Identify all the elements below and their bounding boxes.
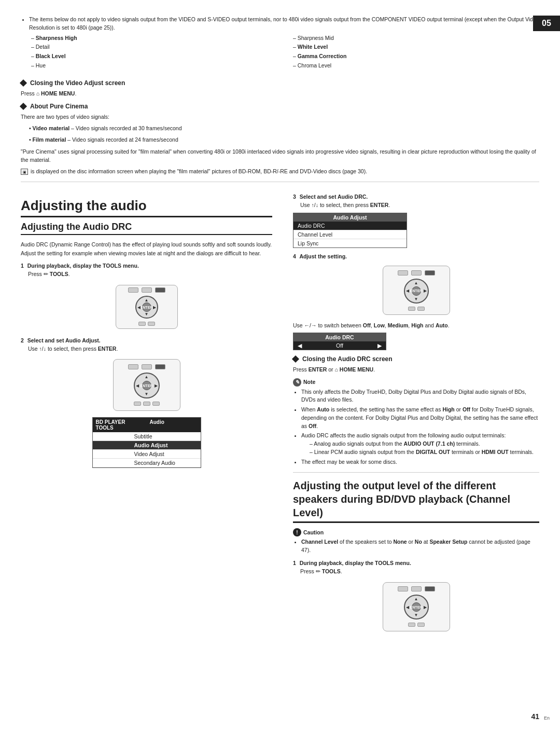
step-1-cl: 1 During playback, display the TOOLS men… (293, 560, 539, 566)
two-col-layout: Adjusting the audio Adjusting the Audio … (21, 188, 539, 637)
enter-button: ENTER (142, 302, 151, 312)
remote-sim-2: ▲ ▼ ◀ ▶ ENTER (113, 359, 180, 411)
pure-cinema-para: "Pure Cinema" uses signal processing sui… (21, 147, 539, 164)
arrow-left-2: ◀ (136, 383, 139, 388)
remote-sim-3: ▲ ▼ ◀ ▶ ENTER (383, 266, 450, 315)
list-col-right: – Sharpness Mid – White Level – Gamma Co… (293, 34, 539, 71)
remote-btn (411, 270, 422, 276)
diamond-icon-2 (20, 103, 27, 110)
remote-btn (128, 287, 138, 293)
drc-osd-header: Audio DRC (293, 333, 386, 341)
remote-btn-sm (417, 623, 425, 627)
major-title: Adjusting the audio (21, 198, 272, 217)
drc-arrow-right: ▶ (377, 342, 382, 349)
osd-row-lip-sync: Lip Sync (293, 239, 407, 247)
arrow-left: ◀ (137, 305, 141, 310)
closing-audio-heading: Closing the Audio DRC screen (293, 355, 539, 363)
pure-cinema-bullet2: • Film material – Video signals recorded… (29, 135, 539, 144)
arrow-left-4: ◀ (406, 605, 409, 610)
arrow-right-2: ▶ (155, 383, 158, 388)
use-arrows-text: Use ←/→ to switch between Off, Low, Medi… (293, 321, 539, 329)
list-item: – Hue (31, 62, 277, 70)
caution-box: ! Caution Channel Level of the speakers … (293, 528, 539, 555)
caution-list: Channel Level of the speakers set to Non… (301, 538, 539, 555)
remote-sim-1: ▲ ▼ ◀ ▶ ENTER (116, 285, 178, 329)
enter-button-3: ENTER (412, 286, 421, 296)
about-pure-cinema-heading: About Pure Cinema (21, 103, 539, 110)
remote-bottom-btns-3 (408, 307, 425, 311)
remote-btn-tools (155, 364, 165, 369)
step-2-label: Select and set Audio Adjust. (27, 337, 101, 343)
tools-menu-osd: BD PLAYERTOOLS Audio Subtitle Audio Adju… (92, 417, 201, 468)
list-item: – Chroma Level (293, 62, 539, 70)
note-sub-item-2: – Linear PCM audio signals output from t… (310, 448, 539, 457)
step-num-3: 3 (293, 194, 296, 200)
remote-circle-2: ▲ ▼ ◀ ▶ ENTER (134, 373, 160, 398)
pure-cinema-film-note: ▣ is displayed on the disc information s… (21, 167, 539, 175)
remote-top-btns (128, 287, 165, 293)
drc-osd: Audio DRC ◀ Off ▶ (293, 333, 386, 350)
step-num-2: 2 (21, 337, 24, 343)
remote-btn (142, 364, 152, 369)
section-divider-2 (293, 472, 539, 473)
remote-btn-sm (148, 322, 155, 326)
arrow-right-4: ▶ (424, 605, 427, 610)
closing-video-press: Press ⌂ HOME MENU. (21, 89, 539, 98)
list-col-left: – Sharpness High – Detail – Black Level … (31, 34, 277, 71)
remote-image-4: ▲ ▼ ◀ ▶ ENTER (293, 579, 539, 635)
home-menu-icon-2: ⌂ (335, 366, 338, 373)
enter-button-4: ENTER (412, 602, 421, 612)
step-num-1: 1 (21, 263, 24, 269)
pure-cinema-body1: There are two types of video signals: (21, 113, 539, 121)
list-item: – Gamma Correction (293, 52, 539, 61)
remote-btn (142, 287, 152, 293)
note-item-1: This only affects the Dolby TrueHD, Dolb… (301, 388, 539, 405)
remote-circle: ▲ ▼ ◀ ▶ ENTER (135, 296, 158, 319)
note-item-2: When Auto is selected, the setting has t… (301, 406, 539, 430)
closing-audio-press: Press ENTER or ⌂ HOME MENU. (293, 365, 539, 374)
film-icon: ▣ (21, 169, 28, 175)
osd-row-channel-level: Channel Level (293, 230, 407, 239)
note-box: ✎ Note This only affects the Dolby TrueH… (293, 378, 539, 466)
remote-top-btns-3 (398, 270, 435, 276)
right-col-inner: 3 Select and set Audio DRC. Use ↑/↓ to s… (288, 194, 539, 634)
step-3: 3 Select and set Audio DRC. (293, 194, 539, 200)
note-title: ✎ Note (293, 378, 539, 387)
step-3-label: Select and set Audio DRC. (300, 194, 368, 200)
diamond-icon (20, 79, 27, 86)
arrow-down-3: ▼ (414, 297, 418, 301)
remote-btn-tools (425, 270, 435, 276)
remote-btn-sm (143, 402, 150, 406)
step-3-sub: Use ↑/↓ to select, then press ENTER. (300, 201, 539, 210)
step-2-sub: Use ↑/↓ to select, then press ENTER. (28, 345, 272, 353)
list-item: – Detail (31, 43, 277, 51)
tools-menu-row-secondary-audio: Secondary Audio (93, 459, 201, 467)
osd-audio-adjust-header: Audio Adjust (293, 213, 407, 222)
remote-btn (128, 364, 138, 369)
drc-value: Off (336, 342, 343, 349)
step-4: 4 Adjust the setting. (293, 253, 539, 259)
remote-bottom-btns (138, 322, 155, 326)
step-1-cl-label: During playback, display the TOOLS menu. (300, 560, 411, 566)
tools-menu-col2: Audio (147, 418, 201, 432)
drc-arrow-left: ◀ (298, 342, 302, 349)
arrow-down-2: ▼ (145, 392, 149, 396)
tools-icon: ✏ (44, 271, 48, 277)
step-2: 2 Select and set Audio Adjust. (21, 337, 272, 343)
step-num-4: 4 (293, 253, 296, 259)
remote-btn (398, 270, 408, 276)
top-section: The items below do not apply to video si… (21, 16, 539, 71)
page-badge: 05 (533, 16, 560, 31)
caution-item-1: Channel Level of the speakers set to Non… (301, 538, 539, 555)
arrow-down-4: ▼ (414, 613, 418, 617)
remote-sim-4: ▲ ▼ ◀ ▶ ENTER (383, 582, 450, 631)
arrow-right-3: ▶ (424, 288, 427, 293)
list-item: – Sharpness High (31, 34, 277, 43)
arrow-up-2: ▲ (145, 375, 149, 379)
drc-osd-value: ◀ Off ▶ (293, 341, 386, 350)
step-1-press: Press ✏ TOOLS. (28, 270, 272, 279)
note-icon: ✎ (293, 378, 301, 387)
bottom-lang: En (544, 715, 550, 721)
remote-btn-sm (152, 402, 160, 406)
note-item-3: Audio DRC affects the audio signals outp… (301, 432, 539, 456)
